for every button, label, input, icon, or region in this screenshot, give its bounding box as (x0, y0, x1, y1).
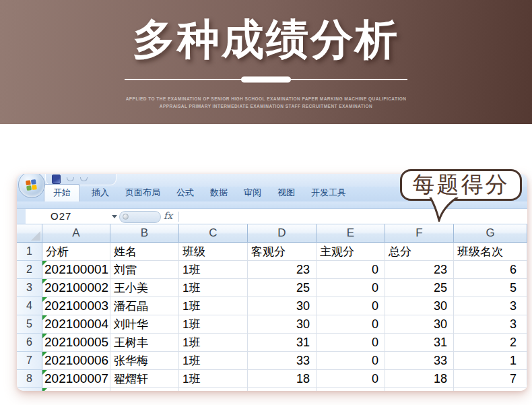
cell[interactable]: 分析 (42, 243, 110, 261)
ribbon-tab-formulas[interactable]: 公式 (170, 185, 201, 201)
cell[interactable]: 班级 (179, 243, 248, 261)
cell[interactable]: 5 (454, 279, 527, 297)
cell[interactable]: 6 (454, 261, 527, 279)
cell[interactable]: 姓名 (110, 243, 179, 261)
column-header-d[interactable]: D (248, 224, 317, 243)
column-header-g[interactable]: G (454, 224, 527, 243)
cell-student-id[interactable]: 202100007 (42, 370, 110, 388)
cell[interactable]: 30 (385, 315, 454, 334)
row-header-2[interactable]: 2 (17, 261, 42, 279)
cell[interactable]: 总分 (385, 243, 454, 261)
ribbon-tab-review[interactable]: 审阅 (237, 185, 268, 201)
number-stored-as-text-flag-icon (42, 334, 47, 338)
redo-icon[interactable] (80, 177, 88, 181)
cell[interactable]: 0 (317, 370, 385, 388)
cell[interactable]: 25 (385, 279, 454, 297)
insert-function-button[interactable]: fx (164, 210, 172, 221)
cell[interactable]: 0 (317, 352, 385, 370)
cell[interactable] (385, 388, 454, 391)
cell[interactable]: 31 (385, 334, 454, 352)
cell[interactable]: 0 (317, 297, 385, 315)
cell[interactable]: 7 (454, 370, 527, 388)
cell[interactable]: 1班 (179, 315, 248, 334)
row-header-6[interactable]: 6 (17, 334, 42, 352)
ribbon-tab-data[interactable]: 数据 (203, 185, 234, 201)
cell[interactable]: 1班 (179, 334, 248, 352)
cell[interactable]: 1班 (179, 297, 248, 315)
ribbon-tab-insert[interactable]: 插入 (85, 185, 116, 201)
name-box-dropdown-icon[interactable] (112, 215, 117, 218)
cell[interactable]: 王小美 (110, 279, 179, 297)
cell[interactable]: 33 (248, 352, 317, 370)
ribbon-tab-page-layout[interactable]: 页面布局 (119, 185, 167, 201)
column-header-c[interactable]: C (179, 224, 248, 243)
row-header-9[interactable] (17, 388, 42, 391)
cell-text: 202100007 (44, 371, 108, 386)
cell[interactable]: 主观分 (317, 243, 385, 261)
cell[interactable]: 班级名次 (454, 243, 527, 261)
cell[interactable] (317, 388, 385, 391)
cell[interactable]: 2 (454, 334, 527, 352)
cell[interactable]: 刘雷 (110, 261, 179, 279)
cell-student-id[interactable]: 202100001 (42, 261, 110, 279)
row-header-4[interactable]: 4 (17, 297, 42, 315)
ribbon-tab-developer[interactable]: 开发工具 (304, 185, 353, 201)
cell[interactable] (454, 388, 527, 391)
cell[interactable]: 0 (317, 315, 385, 334)
cell[interactable]: 客观分 (248, 243, 317, 261)
cell[interactable]: 23 (248, 261, 317, 279)
cell[interactable]: 3 (454, 297, 527, 315)
cell-student-id[interactable]: 202100002 (42, 279, 110, 297)
cell[interactable]: 0 (317, 261, 385, 279)
excel-icon[interactable] (52, 175, 61, 184)
cell[interactable]: 王树丰 (110, 334, 179, 352)
row-header-7[interactable]: 7 (17, 352, 42, 370)
cell[interactable]: 3 (454, 315, 527, 334)
cell[interactable]: 23 (385, 261, 454, 279)
cell[interactable]: 1班 (179, 261, 248, 279)
cell[interactable] (179, 388, 248, 391)
cell-student-id[interactable]: 202100005 (42, 334, 110, 352)
column-header-a[interactable]: A (42, 224, 110, 243)
cell[interactable]: 翟熠轩 (110, 370, 179, 388)
cell-student-id[interactable]: 202100004 (42, 315, 110, 334)
cell[interactable]: 25 (248, 279, 317, 297)
cell-student-id[interactable]: 202100006 (42, 352, 110, 370)
cell[interactable]: 1班 (179, 352, 248, 370)
cell[interactable] (248, 388, 317, 391)
cell[interactable]: 刘叶华 (110, 315, 179, 334)
row-header-5[interactable]: 5 (17, 315, 42, 334)
formula-bar-input[interactable] (179, 209, 527, 223)
row-header-3[interactable]: 3 (17, 279, 42, 297)
select-all-button[interactable] (17, 224, 42, 243)
cell[interactable]: 1班 (179, 279, 248, 297)
cell[interactable]: 18 (248, 370, 317, 388)
cell[interactable]: 潘石晶 (110, 297, 179, 315)
row-header-8[interactable]: 8 (17, 370, 42, 388)
column-header-f[interactable]: F (385, 224, 454, 243)
cell[interactable]: 0 (317, 334, 385, 352)
column-header-b[interactable]: B (110, 224, 179, 243)
ribbon-tab-view[interactable]: 视图 (271, 185, 302, 201)
name-box[interactable]: O27 (51, 209, 71, 224)
cell[interactable]: 31 (248, 334, 317, 352)
cell[interactable]: 0 (317, 279, 385, 297)
cell[interactable]: 18 (385, 370, 454, 388)
cell[interactable]: 张华梅 (110, 352, 179, 370)
row-header-1[interactable]: 1 (17, 243, 42, 261)
undo-icon[interactable] (67, 177, 74, 181)
cell[interactable]: 33 (385, 352, 454, 370)
cell[interactable] (110, 388, 179, 391)
cell-student-id[interactable]: 202100003 (42, 297, 110, 315)
cell[interactable]: 30 (248, 315, 317, 334)
cell[interactable]: 30 (248, 297, 317, 315)
cell[interactable]: 1 (454, 352, 527, 370)
number-stored-as-text-flag-icon (42, 279, 47, 284)
cell[interactable]: 1班 (179, 370, 248, 388)
ribbon-tab-home[interactable]: 开始 (44, 184, 80, 201)
cell-student-id[interactable] (42, 388, 110, 391)
page: 多种成绩分析 APPLIED TO THE EXAMINATION OF SEN… (0, 0, 532, 405)
cell[interactable]: 30 (385, 297, 454, 315)
column-header-e[interactable]: E (317, 224, 385, 243)
callout-bubble: 每题得分 (400, 169, 522, 201)
